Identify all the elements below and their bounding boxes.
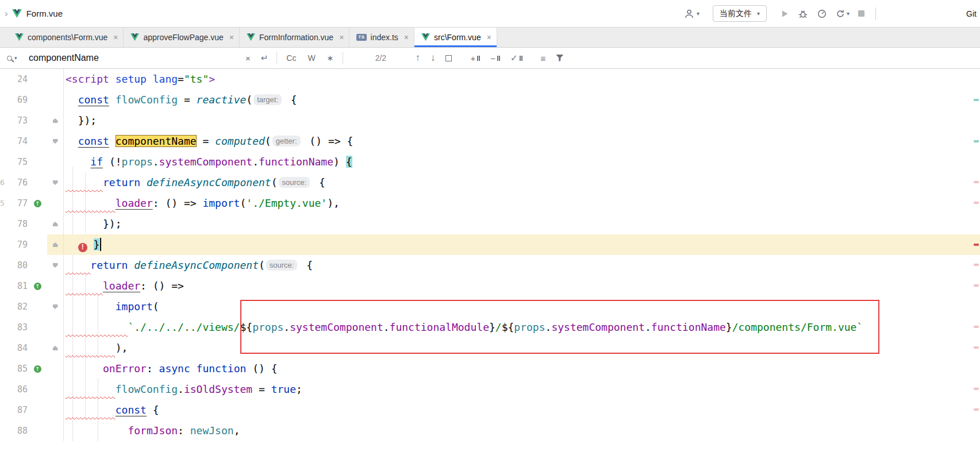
fold-end-icon[interactable] — [53, 118, 58, 123]
line-number[interactable]: 82 — [8, 296, 28, 317]
rerun-button[interactable]: ▾ — [835, 8, 851, 20]
tab-components-form-vue[interactable]: components\Form.vue× — [8, 28, 124, 47]
remove-occurrence-button[interactable]: − — [490, 53, 500, 63]
line-number[interactable]: 79 — [8, 234, 28, 255]
stripe-mark[interactable] — [974, 408, 979, 411]
tab-index-ts[interactable]: TSindex.ts× — [349, 28, 414, 47]
stripe-mark[interactable] — [974, 202, 979, 204]
code-text[interactable]: if (!props.systemComponent.functionName)… — [64, 152, 980, 172]
stripe-mark[interactable] — [974, 346, 979, 349]
gutter-up-arrow-icon[interactable]: ↑ — [34, 365, 41, 373]
search-input[interactable] — [29, 53, 240, 63]
clear-search-icon[interactable]: × — [245, 53, 251, 63]
code-text[interactable]: const componentName = computed(getter: (… — [64, 131, 980, 152]
code-text[interactable]: ), — [64, 338, 980, 358]
fold-end-icon[interactable] — [53, 242, 58, 247]
filter-icon[interactable] — [556, 55, 563, 61]
code-text[interactable]: formJson: newJson, — [64, 420, 980, 441]
code-text[interactable]: `./../../../views/${props.systemComponen… — [64, 317, 980, 338]
add-occurrence-button[interactable]: + — [470, 53, 480, 63]
code-text[interactable]: onError: async function () { — [64, 358, 980, 379]
line-number[interactable]: 86 — [8, 379, 28, 400]
code-text[interactable]: flowConfig.isOldSystem = true; — [64, 379, 980, 400]
line-number[interactable]: 78 — [8, 214, 28, 234]
line-number[interactable]: 24 — [8, 69, 28, 90]
words-toggle[interactable]: W — [308, 53, 315, 63]
fold-start-icon[interactable] — [53, 304, 58, 309]
code-token: ( — [153, 300, 159, 312]
search-icon[interactable]: ▾ — [7, 55, 29, 61]
tab-approveflowpage-vue[interactable]: approveFlowPage.vue× — [124, 28, 240, 47]
line-number[interactable]: 88 — [8, 420, 28, 441]
gutter-up-arrow-icon[interactable]: ↑ — [34, 283, 41, 290]
profile-button[interactable]: ▾ — [682, 7, 701, 21]
current-file-dropdown[interactable]: 当前文件 ▾ — [713, 5, 767, 22]
gutter-icon-slot — [28, 214, 47, 234]
tab-forminformation-vue[interactable]: FormInformation.vue× — [240, 28, 349, 47]
editor[interactable]: 24<script setup lang="ts">69 const flowC… — [0, 69, 980, 471]
stripe-mark[interactable] — [974, 326, 979, 328]
stripe-mark[interactable] — [974, 284, 979, 287]
tab-close-icon[interactable]: × — [404, 33, 409, 42]
tab-close-icon[interactable]: × — [339, 33, 344, 42]
stop-button[interactable] — [857, 9, 866, 18]
line-number[interactable]: 81 — [8, 276, 28, 296]
search-in-selection-icon[interactable] — [445, 55, 452, 61]
line-number[interactable]: 83 — [8, 317, 28, 338]
fold-end-icon[interactable] — [53, 346, 58, 350]
code-token: ( — [240, 197, 246, 209]
line-number[interactable]: 75 — [8, 152, 28, 172]
tab-close-icon[interactable]: × — [487, 33, 491, 42]
line-number[interactable]: 87 — [8, 400, 28, 420]
profiler-button[interactable] — [816, 7, 828, 20]
line-number[interactable]: 73 — [8, 110, 28, 131]
fold-start-icon[interactable] — [53, 139, 58, 144]
scrollbar-error-stripe[interactable] — [972, 69, 980, 471]
stripe-mark[interactable] — [974, 140, 979, 142]
code-text[interactable]: ! } — [64, 234, 980, 255]
tab-close-icon[interactable]: × — [229, 33, 234, 42]
stripe-mark[interactable] — [974, 244, 979, 246]
stripe-mark[interactable] — [974, 388, 979, 390]
code-token: setup — [116, 73, 147, 85]
code-text[interactable]: <script setup lang="ts"> — [64, 69, 980, 90]
stripe-mark[interactable] — [974, 99, 979, 101]
code-token: newJson — [190, 424, 234, 437]
match-case-toggle[interactable]: Cc — [286, 53, 296, 63]
newline-icon[interactable]: ↵ — [261, 53, 268, 63]
code-text[interactable]: return defineAsyncComponent(source: { — [64, 255, 980, 276]
fold-start-icon[interactable] — [53, 263, 58, 268]
run-button[interactable] — [779, 8, 790, 20]
tab-close-icon[interactable]: × — [113, 33, 118, 42]
code-text[interactable]: const { — [64, 400, 980, 420]
next-match-button[interactable]: ↓ — [431, 52, 436, 64]
code-text[interactable]: import( — [64, 296, 980, 317]
tab-src-form-vue[interactable]: src\Form.vue× — [414, 28, 497, 47]
code-text[interactable]: const flowConfig = reactive(target: { — [64, 90, 980, 110]
stripe-mark[interactable] — [974, 264, 979, 266]
code-text[interactable]: }); — [64, 214, 980, 234]
line-number[interactable]: 77 — [8, 193, 28, 214]
code-text[interactable]: loader: () => import('./Empty.vue'), — [64, 193, 980, 214]
code-text[interactable]: return defineAsyncComponent(source: { — [64, 172, 980, 193]
code-text[interactable]: }); — [64, 110, 980, 131]
fold-start-icon[interactable] — [53, 180, 58, 185]
line-number[interactable]: 74 — [8, 131, 28, 152]
code-text[interactable]: loader: () => — [64, 276, 980, 296]
debug-button[interactable] — [797, 7, 809, 20]
line-number[interactable]: 80 — [8, 255, 28, 276]
select-all-occurrences-button[interactable]: ✓ — [510, 53, 522, 63]
fold-end-icon[interactable] — [53, 222, 58, 226]
multiline-search-icon[interactable]: ≡ — [541, 53, 546, 63]
line-number[interactable]: 85 — [8, 358, 28, 379]
regex-toggle[interactable]: ∗ — [327, 53, 334, 63]
error-icon[interactable]: ! — [78, 243, 87, 252]
code-line: 24<script setup lang="ts"> — [0, 69, 980, 90]
line-number[interactable]: 69 — [8, 90, 28, 110]
line-number[interactable]: 76 — [8, 172, 28, 193]
line-number[interactable]: 84 — [8, 338, 28, 358]
gutter-up-arrow-icon[interactable]: ↑ — [34, 200, 41, 207]
previous-match-button[interactable]: ↑ — [415, 52, 420, 64]
stripe-mark[interactable] — [974, 181, 979, 183]
git-toolbar-label[interactable]: Git — [966, 9, 977, 18]
